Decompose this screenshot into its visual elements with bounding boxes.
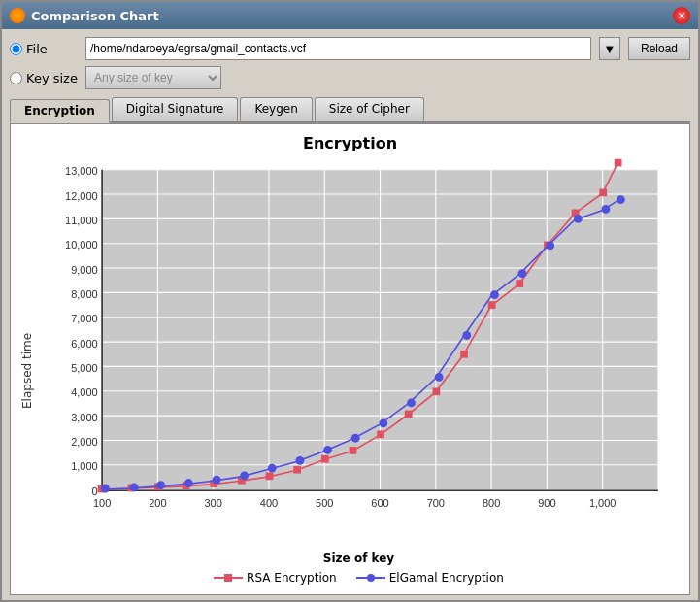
- y-axis-label: Elapsed time: [20, 156, 34, 585]
- legend-elgamal-icon: [356, 572, 385, 584]
- svg-text:2,000: 2,000: [71, 436, 98, 448]
- svg-rect-63: [488, 301, 496, 309]
- svg-rect-62: [460, 351, 468, 358]
- svg-text:3,000: 3,000: [71, 412, 98, 423]
- svg-point-88: [617, 195, 625, 204]
- tab-digital-signature[interactable]: Digital Signature: [112, 97, 239, 121]
- svg-text:6,000: 6,000: [71, 338, 98, 350]
- svg-point-82: [462, 331, 471, 340]
- svg-rect-57: [321, 455, 329, 463]
- svg-text:300: 300: [204, 497, 221, 509]
- keysize-row: Key size Any size of key: [10, 66, 690, 89]
- file-radio[interactable]: [10, 43, 22, 55]
- legend-rsa-icon: [214, 572, 243, 584]
- svg-point-81: [435, 373, 444, 382]
- reload-button[interactable]: Reload: [628, 37, 690, 60]
- svg-text:7,000: 7,000: [71, 313, 98, 324]
- legend-rsa-label: RSA Encryption: [247, 571, 337, 585]
- svg-text:800: 800: [483, 497, 500, 509]
- svg-rect-61: [433, 387, 441, 395]
- svg-point-71: [156, 481, 165, 489]
- main-window: Comparison Chart ✕ File ▼ Reload Key siz…: [0, 0, 700, 602]
- svg-text:200: 200: [149, 497, 166, 509]
- svg-point-70: [130, 484, 139, 492]
- file-row: File ▼ Reload: [10, 37, 690, 60]
- app-icon: [10, 8, 25, 23]
- titlebar-left: Comparison Chart: [10, 8, 159, 23]
- svg-text:100: 100: [93, 497, 111, 509]
- keysize-select[interactable]: Any size of key: [85, 66, 221, 89]
- svg-rect-68: [615, 159, 622, 167]
- svg-point-73: [213, 476, 221, 485]
- svg-point-69: [101, 485, 110, 493]
- svg-point-92: [367, 574, 375, 582]
- svg-rect-60: [405, 411, 413, 418]
- x-tick-labels: 100 200 300 400 500 600 700 800 900 1,00…: [93, 497, 617, 509]
- svg-text:900: 900: [538, 497, 555, 509]
- titlebar: Comparison Chart ✕: [2, 2, 698, 29]
- keysize-radio-label[interactable]: Key size: [10, 71, 78, 85]
- file-radio-label[interactable]: File: [10, 42, 78, 56]
- legend-rsa: RSA Encryption: [214, 571, 337, 585]
- tab-keygen[interactable]: Keygen: [240, 97, 312, 121]
- svg-point-86: [574, 215, 583, 223]
- close-button[interactable]: ✕: [673, 7, 690, 24]
- main-content: File ▼ Reload Key size Any size of key E…: [2, 29, 698, 602]
- tabs-container: Encryption Digital Signature Keygen Size…: [10, 97, 690, 123]
- svg-point-84: [518, 269, 527, 278]
- svg-point-85: [546, 242, 554, 251]
- chart-wrapper: Elapsed time: [20, 156, 680, 585]
- svg-rect-67: [599, 189, 607, 197]
- chart-legend: RSA Encryption ElGamal Encryption: [38, 571, 680, 585]
- chart-svg: 0 1,000 2,000 3,000 4,000 5,000 6,000 7,…: [38, 156, 680, 547]
- svg-rect-56: [293, 466, 301, 474]
- svg-point-83: [490, 290, 499, 299]
- svg-text:4,000: 4,000: [71, 386, 98, 398]
- svg-text:1,000: 1,000: [71, 460, 98, 472]
- svg-text:13,000: 13,000: [65, 165, 98, 177]
- svg-point-74: [240, 471, 249, 480]
- file-dropdown-button[interactable]: ▼: [599, 37, 620, 60]
- svg-text:400: 400: [260, 497, 278, 509]
- svg-rect-55: [266, 472, 274, 480]
- svg-rect-90: [224, 574, 232, 582]
- svg-text:9,000: 9,000: [71, 264, 98, 276]
- svg-point-76: [296, 456, 305, 465]
- svg-text:600: 600: [371, 497, 388, 509]
- keysize-radio[interactable]: [10, 72, 22, 84]
- x-axis-label: Size of key: [38, 552, 680, 565]
- legend-elgamal-label: ElGamal Encryption: [389, 571, 504, 585]
- svg-point-77: [323, 446, 332, 454]
- y-tick-labels: 0 1,000 2,000 3,000 4,000 5,000 6,000 7,…: [65, 165, 98, 496]
- tab-size-of-cipher[interactable]: Size of Cipher: [315, 97, 424, 121]
- chart-area: Encryption Elapsed time: [10, 123, 690, 595]
- svg-text:700: 700: [427, 497, 445, 509]
- svg-rect-58: [350, 447, 357, 454]
- svg-text:0: 0: [92, 485, 98, 497]
- svg-text:500: 500: [316, 497, 333, 509]
- svg-rect-59: [377, 431, 384, 439]
- svg-rect-64: [516, 280, 523, 287]
- svg-text:8,000: 8,000: [71, 288, 98, 300]
- svg-point-78: [351, 434, 360, 443]
- file-label: File: [26, 42, 48, 56]
- svg-text:1,000: 1,000: [589, 497, 617, 509]
- svg-text:12,000: 12,000: [65, 190, 98, 202]
- svg-point-87: [602, 205, 611, 214]
- chart-svg-container: 0 1,000 2,000 3,000 4,000 5,000 6,000 7,…: [38, 156, 680, 550]
- svg-text:5,000: 5,000: [71, 362, 98, 374]
- svg-text:10,000: 10,000: [65, 239, 98, 251]
- svg-text:11,000: 11,000: [65, 215, 98, 226]
- svg-point-72: [184, 479, 193, 487]
- chart-title: Encryption: [303, 134, 397, 152]
- window-title: Comparison Chart: [31, 9, 159, 23]
- svg-point-79: [379, 418, 387, 427]
- file-path-input[interactable]: [85, 37, 591, 60]
- chart-inner: 0 1,000 2,000 3,000 4,000 5,000 6,000 7,…: [38, 156, 680, 585]
- tab-encryption[interactable]: Encryption: [10, 99, 110, 123]
- svg-point-80: [407, 398, 416, 407]
- legend-elgamal: ElGamal Encryption: [356, 571, 504, 585]
- keysize-label: Key size: [26, 71, 78, 85]
- svg-point-75: [268, 464, 277, 473]
